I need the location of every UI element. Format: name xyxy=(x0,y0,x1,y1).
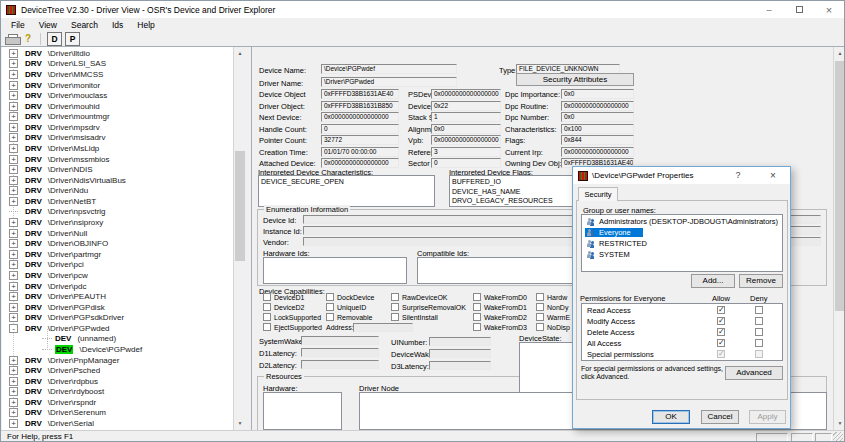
tree-expander-icon[interactable]: + xyxy=(9,144,18,153)
menu-item-search[interactable]: Search xyxy=(64,20,105,30)
user-list-item[interactable]: SYSTEM xyxy=(583,249,782,260)
tree-item[interactable]: +DRV\Driver\Psched xyxy=(2,365,233,376)
capability-checkbox[interactable] xyxy=(391,303,399,311)
plugplay-view-button[interactable]: P xyxy=(65,32,80,46)
cancel-button[interactable]: Cancel xyxy=(701,410,739,424)
tree-expander-icon[interactable]: + xyxy=(9,91,18,100)
menu-item-ids[interactable]: Ids xyxy=(105,20,130,30)
minimize-icon[interactable] xyxy=(754,1,784,18)
capability-checkbox[interactable] xyxy=(263,323,271,331)
tree-item[interactable]: +DRV\Driver\LSI_SAS xyxy=(2,59,233,70)
deny-checkbox[interactable] xyxy=(755,317,763,325)
tree-item[interactable]: +DRV\Driver\OBJINFO xyxy=(2,238,233,249)
capability-checkbox[interactable] xyxy=(536,293,544,301)
tree-item[interactable]: +DRV\Driver\pdc xyxy=(2,281,233,292)
tree-item[interactable]: +DRV\Driver\mouclass xyxy=(2,90,233,101)
tree-expander-icon[interactable]: + xyxy=(9,133,18,142)
tree-expander-icon[interactable]: + xyxy=(9,303,18,312)
tree-item[interactable]: +DRV\Driver\lltdio xyxy=(2,48,233,59)
tree-item[interactable]: +DRV\Driver\msisadrv xyxy=(2,133,233,144)
tree-item[interactable]: +DRV\Driver\mssmbios xyxy=(2,154,233,165)
tree-expander-icon[interactable]: + xyxy=(9,313,18,322)
tree-item[interactable]: +DRV\Driver\PnpManager xyxy=(2,355,233,366)
tree-item[interactable]: DEV\Device\PGPwdef xyxy=(2,344,233,355)
tree-expander-icon[interactable]: + xyxy=(9,292,18,301)
tree-item[interactable]: +DRV\Driver\mpsdrv xyxy=(2,122,233,133)
tree-item[interactable]: +DRV\Driver\Serial xyxy=(2,418,233,429)
tree-expander-icon[interactable]: + xyxy=(9,408,18,417)
tree-expander-icon[interactable]: + xyxy=(9,123,18,132)
tree-expander-icon[interactable]: + xyxy=(9,165,18,174)
maximize-icon[interactable] xyxy=(784,1,814,18)
advanced-button[interactable]: Advanced xyxy=(725,366,783,380)
tree-expander-icon[interactable]: + xyxy=(9,239,18,248)
help-button[interactable]: ? xyxy=(22,32,34,46)
capability-checkbox[interactable] xyxy=(536,303,544,311)
dialog-close-icon[interactable]: × xyxy=(762,167,784,184)
tree-item[interactable]: +DRV\Driver\NDIS xyxy=(2,164,233,175)
resize-grip-icon[interactable] xyxy=(833,432,843,442)
allow-checkbox[interactable] xyxy=(717,317,725,325)
tree-expander-icon[interactable]: + xyxy=(9,398,18,407)
tree-item[interactable]: +DRV\Driver\pci xyxy=(2,260,233,271)
tree-expander-icon[interactable]: + xyxy=(9,186,18,195)
tree-expander-icon[interactable]: + xyxy=(9,366,18,375)
allow-checkbox[interactable] xyxy=(717,328,725,336)
capability-checkbox[interactable] xyxy=(473,303,481,311)
tree-expander-icon[interactable]: + xyxy=(9,218,18,227)
capability-checkbox[interactable] xyxy=(391,313,399,321)
capability-checkbox[interactable] xyxy=(326,293,334,301)
scrollbar-thumb[interactable] xyxy=(835,61,845,311)
capability-checkbox[interactable] xyxy=(263,313,271,321)
group-user-names-list[interactable]: Administrators (DESKTOP-JDBOUGT\Administ… xyxy=(581,214,783,272)
tab-security[interactable]: Security xyxy=(578,187,618,201)
permissions-list[interactable]: Read AccessModify AccessDelete AccessAll… xyxy=(581,303,783,361)
capability-checkbox[interactable] xyxy=(473,323,481,331)
capability-checkbox[interactable] xyxy=(536,313,544,321)
tree-expander-icon[interactable]: + xyxy=(9,176,18,185)
tree-expander-icon[interactable]: + xyxy=(9,112,18,121)
tree-expander-icon[interactable]: + xyxy=(9,102,18,111)
deny-checkbox[interactable] xyxy=(755,339,763,347)
tree-expander-icon[interactable]: + xyxy=(9,155,18,164)
user-list-item[interactable]: RESTRICTED xyxy=(583,238,782,249)
tree-item[interactable]: +DRV\Driver\rspndr xyxy=(2,397,233,408)
interpreted-characteristics-list[interactable]: DEVICE_SECURE_OPEN xyxy=(258,175,435,207)
resources-hardware-list[interactable] xyxy=(263,392,342,430)
tree-item[interactable]: +DRV\Driver\PEAUTH xyxy=(2,291,233,302)
tree-scrollbar[interactable] xyxy=(233,47,246,430)
driver-view-button[interactable]: D xyxy=(47,32,62,46)
tree-expander-icon[interactable]: + xyxy=(9,260,18,269)
interpreted-flags-list[interactable]: BUFFERED_IODEVICE_HAS_NAMEDRVO_LEGACY_RE… xyxy=(449,175,574,207)
tree-expander-icon[interactable]: + xyxy=(9,197,18,206)
tree-expander-icon[interactable]: + xyxy=(9,49,18,58)
capability-checkbox[interactable] xyxy=(326,313,334,321)
deny-checkbox[interactable] xyxy=(755,328,763,336)
tree-expander-icon[interactable]: + xyxy=(9,356,18,365)
add-button[interactable]: Add... xyxy=(691,274,735,288)
allow-checkbox[interactable] xyxy=(717,339,725,347)
deny-checkbox[interactable] xyxy=(755,306,763,314)
dialog-help-icon[interactable]: ? xyxy=(728,167,748,184)
tree-expander-icon[interactable]: + xyxy=(9,81,18,90)
tree-item[interactable]: -DRV\Driver\PGPwded xyxy=(2,323,233,334)
tree-item[interactable]: +DRV\Driver\Ndu xyxy=(2,186,233,197)
tree-item[interactable]: +DRV\Driver\Serenum xyxy=(2,408,233,419)
tree-item[interactable]: +DRV\Driver\Null xyxy=(2,228,233,239)
tree-item[interactable]: +DRV\Driver\pcw xyxy=(2,270,233,281)
print-button[interactable] xyxy=(5,32,19,46)
tree-item[interactable]: +DRV\Driver\nsiproxy xyxy=(2,217,233,228)
tree-item[interactable]: +DRV\Driver\MsLldp xyxy=(2,143,233,154)
hardware-ids-list[interactable] xyxy=(263,257,407,284)
tree-item[interactable]: +DRV\Driver\mouhid xyxy=(2,101,233,112)
tree-expander-icon[interactable]: + xyxy=(9,250,18,259)
remove-button[interactable]: Remove xyxy=(739,274,783,288)
tree-expander-icon[interactable]: + xyxy=(9,271,18,280)
tree-item[interactable]: +DRV\Driver\NdisVirtualBus xyxy=(2,175,233,186)
tree-item[interactable]: DRV\Driver\npsvctrig xyxy=(2,207,233,218)
tree-item[interactable]: +DRV\Driver\rdpbus xyxy=(2,376,233,387)
tree-expander-icon[interactable]: - xyxy=(9,324,18,333)
ok-button[interactable]: OK xyxy=(652,410,690,424)
scroll-down-icon[interactable] xyxy=(834,417,845,430)
menu-item-view[interactable]: View xyxy=(32,20,64,30)
